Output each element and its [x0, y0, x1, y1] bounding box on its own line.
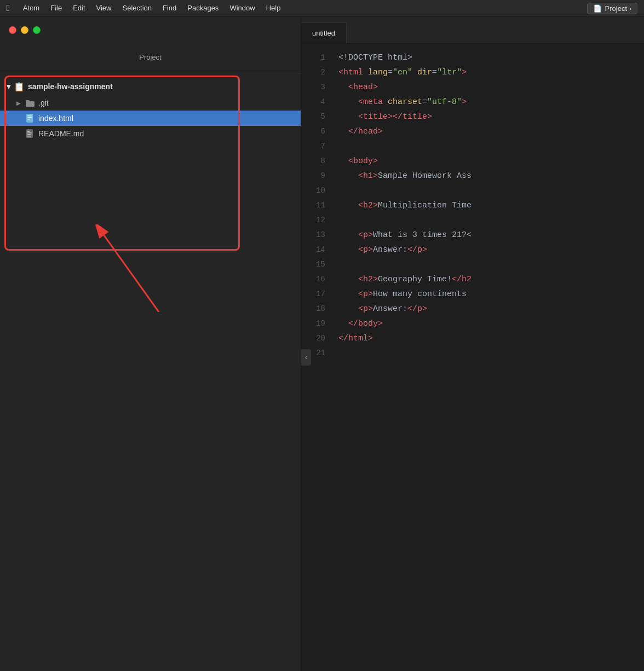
md-file-icon [25, 129, 35, 138]
code-tag13o: <p> [358, 228, 373, 242]
code-line-10 [338, 183, 644, 198]
code-indent8 [338, 154, 348, 169]
code-text11: Multiplication Time [378, 199, 472, 213]
line-num-17: 17 [301, 287, 325, 302]
close-button[interactable] [9, 26, 16, 34]
project-tree: ▾ 📋 sample-hw-assignment ▶ .git [0, 76, 301, 143]
svg-rect-6 [26, 129, 33, 138]
code-attr4: charset [388, 95, 422, 109]
collapse-sidebar-button[interactable]: ‹ [301, 349, 311, 366]
code-indent9 [338, 169, 358, 183]
menu-view[interactable]: View [92, 3, 116, 13]
code-tag17o: <p> [358, 287, 373, 302]
code-line-13: <p> What is 3 times 21?< [338, 228, 644, 242]
menu-atom[interactable]: Atom [19, 3, 44, 13]
code-tag8: <body> [348, 154, 378, 169]
maximize-button[interactable] [33, 26, 41, 34]
svg-line-13 [104, 235, 159, 312]
project-button[interactable]: 📄 Project › [587, 3, 637, 14]
code-val2: "ltr" [437, 66, 462, 80]
menu-selection[interactable]: Selection [118, 3, 156, 13]
line-num-3: 3 [301, 80, 325, 95]
line-num-8: 8 [301, 154, 325, 169]
code-text18: Answer: [373, 302, 407, 316]
code-line-21 [338, 346, 644, 361]
code-text17: How many continents [373, 287, 467, 302]
code-line-8: <body> [338, 154, 644, 169]
svg-rect-4 [27, 117, 32, 118]
line-num-9: 9 [301, 169, 325, 183]
svg-rect-10 [27, 134, 31, 135]
menu-help[interactable]: Help [262, 3, 285, 13]
code-line-6: </head> [338, 124, 644, 139]
menu-packages[interactable]: Packages [183, 3, 223, 13]
code-line-2: <html lang = "en" dir = "ltr" > [338, 65, 644, 80]
html-file-icon [25, 113, 35, 123]
code-indent13 [338, 228, 358, 242]
code-tag14c: </p> [407, 243, 427, 257]
code-eq: = [388, 66, 393, 80]
code-line-19: </body> [338, 316, 644, 331]
line-num-18: 18 [301, 302, 325, 316]
editor-tab-untitled[interactable]: untitled [301, 22, 347, 43]
code-space2 [412, 66, 417, 80]
tree-item-git-label: .git [38, 99, 49, 107]
line-num-19: 19 [301, 316, 325, 331]
line-num-13: 13 [301, 228, 325, 242]
line-num-20: 20 [301, 331, 325, 346]
code-tag: <html [338, 66, 363, 80]
code-line-17: <p> How many continents [338, 287, 644, 302]
code-sp4 [383, 95, 388, 109]
code-line-20: </html> [338, 331, 644, 346]
code-close: > [462, 66, 467, 80]
line-num-16: 16 [301, 272, 325, 287]
tree-item-git[interactable]: ▶ .git [0, 95, 301, 111]
menu-edit[interactable]: Edit [68, 3, 89, 13]
tree-root-label: sample-hw-assignment [28, 82, 113, 91]
code-text14: Answer: [373, 243, 407, 257]
code-val: "en" [393, 66, 412, 80]
svg-rect-2 [26, 114, 33, 123]
code-tag5c: </title> [393, 110, 432, 124]
menu-find[interactable]: Find [158, 3, 181, 13]
menubar:  Atom File Edit View Selection Find Pac… [0, 0, 644, 16]
code-tag4: <meta [358, 95, 383, 109]
code-line-1: <!DOCTYPE html> [338, 50, 644, 65]
svg-rect-1 [26, 100, 30, 103]
code-content: <!DOCTYPE html> <html lang = "en" dir = … [334, 44, 644, 671]
code-indent [338, 80, 348, 95]
menu-window[interactable]: Window [225, 3, 259, 13]
apple-menu[interactable]:  [7, 3, 10, 13]
editor-wrapper: ‹ 1 2 3 4 5 6 7 8 9 10 11 12 13 14 [301, 44, 644, 671]
menu-file[interactable]: File [46, 3, 66, 13]
line-num-6: 6 [301, 124, 325, 139]
code-indent14 [338, 243, 358, 257]
line-num-1: 1 [301, 50, 325, 65]
menubar-right: 📄 Project › [587, 0, 644, 16]
line-num-15: 15 [301, 257, 325, 272]
folder-icon [25, 98, 35, 108]
code-val4: "utf-8" [427, 95, 462, 109]
code-tag14o: <p> [358, 243, 373, 257]
code-line-14: <p> Answer: </p> [338, 242, 644, 257]
annotation-arrow [88, 224, 186, 312]
code-editor[interactable]: 1 2 3 4 5 6 7 8 9 10 11 12 13 14 15 16 1 [301, 44, 644, 671]
sidebar-header: Project [0, 44, 301, 71]
code-line-4: <meta charset = "utf-8" > [338, 95, 644, 109]
svg-rect-9 [27, 132, 32, 134]
tree-item-index-label: index.html [38, 114, 73, 123]
line-num-12: 12 [301, 213, 325, 228]
tree-item-readme[interactable]: ▶ README.md [0, 126, 301, 141]
svg-rect-5 [27, 119, 30, 120]
line-num-11: 11 [301, 198, 325, 213]
line-num-7: 7 [301, 139, 325, 154]
svg-rect-3 [27, 115, 32, 117]
tree-item-root[interactable]: ▾ 📋 sample-hw-assignment [0, 78, 301, 95]
code-text9: Sample Homework Ass [378, 169, 472, 183]
code-close4: > [462, 95, 467, 109]
code-tag16c: </h2 [452, 273, 472, 287]
traffic-lights [0, 16, 301, 44]
line-num-5: 5 [301, 109, 325, 124]
tree-item-index-html[interactable]: ▶ index.html [0, 111, 301, 126]
minimize-button[interactable] [21, 26, 28, 34]
